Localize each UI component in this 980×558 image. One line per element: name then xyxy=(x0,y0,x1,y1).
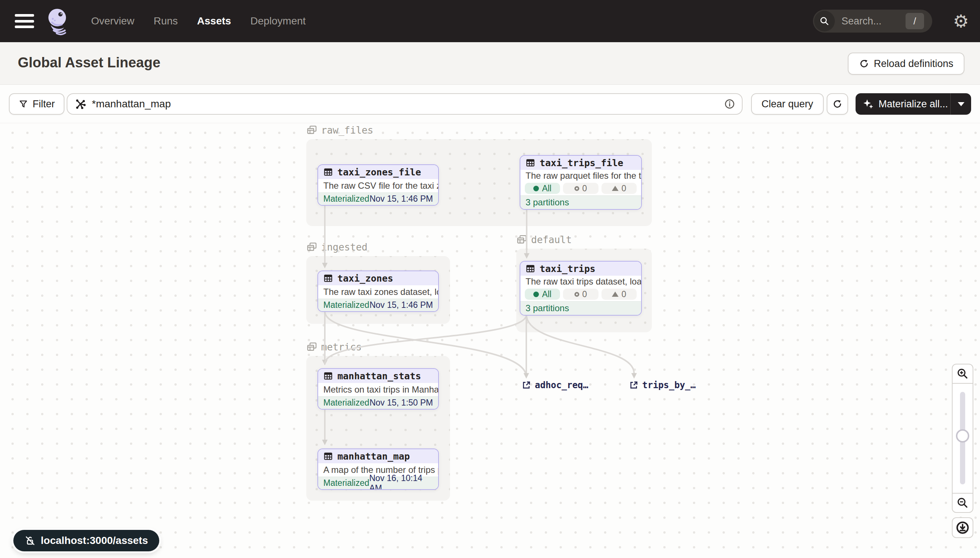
asset-node-manhattan-map[interactable]: manhattan_map A map of the number of tri… xyxy=(318,448,439,490)
hamburger-menu-icon[interactable] xyxy=(15,14,34,28)
filter-button[interactable]: Filter xyxy=(9,93,64,115)
filter-label: Filter xyxy=(33,98,55,110)
search-pill[interactable]: / xyxy=(813,10,932,33)
asset-description: Metrics on taxi trips in Manhattan xyxy=(318,383,438,396)
nav-item-overview[interactable]: Overview xyxy=(91,15,135,27)
download-image-button[interactable] xyxy=(952,517,973,538)
partitions-missing-badge: 0 xyxy=(563,183,598,194)
materialize-all-label: Materialize all... xyxy=(878,98,948,110)
asset-node-taxi-trips[interactable]: taxi_trips The raw taxi trips dataset, l… xyxy=(520,261,642,316)
asset-node-header: taxi_zones xyxy=(318,271,438,285)
zoom-slider xyxy=(952,384,973,493)
partitions-count: 3 partitions xyxy=(520,301,641,315)
partitions-missing-badge: 0 xyxy=(563,289,598,300)
triangle-icon xyxy=(612,186,619,191)
clear-query-label: Clear query xyxy=(761,98,813,110)
nav-item-runs[interactable]: Runs xyxy=(154,15,178,27)
materialization-timestamp: Nov 15, 1:50 PM xyxy=(370,398,433,408)
asset-description: The raw CSV file for the taxi zones dat.… xyxy=(318,179,438,192)
nav-item-deployment[interactable]: Deployment xyxy=(250,15,306,27)
status-badge: Materialized xyxy=(323,194,369,204)
table-icon xyxy=(323,167,333,177)
status-badge: Materialized xyxy=(323,478,369,488)
asset-name: manhattan_map xyxy=(338,451,410,462)
insecure-lock-icon xyxy=(25,535,36,546)
chevron-down-icon xyxy=(958,102,964,106)
partition-badges: All 0 0 xyxy=(520,287,641,301)
asset-name: taxi_trips_file xyxy=(540,158,623,168)
materialize-all-main[interactable]: Materialize all... xyxy=(856,98,950,110)
external-link-icon xyxy=(522,381,531,390)
lineage-toolbar: Filter Clear query xyxy=(0,85,980,123)
zoom-slider-handle[interactable] xyxy=(956,429,969,443)
zoom-in-button[interactable] xyxy=(952,364,973,384)
browser-url-pill: localhost:3000/assets xyxy=(13,530,159,551)
asset-link-trips-by[interactable]: trips_by_… xyxy=(629,380,696,391)
asset-name: taxi_trips xyxy=(540,263,596,274)
zoom-in-icon xyxy=(956,368,969,380)
asset-description: The raw parquet files for the taxi trips… xyxy=(520,170,641,181)
status-badge: Materialized xyxy=(323,398,369,408)
materialization-timestamp: Nov 16, 10:14 AM xyxy=(369,473,433,490)
funnel-icon xyxy=(18,99,28,109)
asset-name: taxi_zones xyxy=(338,273,393,284)
partitions-all-badge: All xyxy=(525,289,560,300)
table-icon xyxy=(525,264,535,274)
reload-definitions-button[interactable]: Reload definitions xyxy=(848,53,964,75)
asset-name: manhattan_stats xyxy=(338,371,421,381)
refresh-icon xyxy=(832,99,843,109)
refresh-button[interactable] xyxy=(827,93,848,115)
browser-url-text: localhost:3000/assets xyxy=(41,535,148,547)
asset-query-input[interactable] xyxy=(92,98,724,110)
reload-icon xyxy=(859,59,869,69)
info-icon[interactable] xyxy=(724,98,735,110)
asset-node-header: manhattan_stats xyxy=(318,369,438,383)
materialization-timestamp: Nov 15, 1:46 PM xyxy=(370,300,433,310)
asset-node-header: taxi_trips xyxy=(520,262,641,276)
dot-icon xyxy=(533,186,539,191)
triangle-icon xyxy=(612,292,619,297)
asset-description: The raw taxi trips dataset, loaded into … xyxy=(520,276,641,287)
search-icon xyxy=(814,11,835,31)
nav-item-assets[interactable]: Assets xyxy=(197,15,231,27)
graph-query-icon xyxy=(74,98,87,110)
asset-link-label: trips_by_… xyxy=(642,380,696,391)
asset-link-label: adhoc_req… xyxy=(535,380,588,391)
asset-footer: Materialized Nov 15, 1:46 PM xyxy=(318,299,438,311)
partitions-failed-badge: 0 xyxy=(601,183,637,194)
reload-definitions-label: Reload definitions xyxy=(874,58,953,70)
nav-links: Overview Runs Assets Deployment xyxy=(91,15,306,27)
asset-footer: Materialized Nov 15, 1:46 PM xyxy=(318,192,438,205)
external-link-icon xyxy=(629,381,639,390)
asset-node-manhattan-stats[interactable]: manhattan_stats Metrics on taxi trips in… xyxy=(318,368,439,410)
search-input[interactable] xyxy=(842,16,897,27)
zoom-controls xyxy=(952,364,973,513)
asset-description: The raw taxi zones dataset, loaded int..… xyxy=(318,285,438,299)
table-icon xyxy=(525,158,535,167)
status-badge: Materialized xyxy=(323,300,369,310)
asset-name: taxi_zones_file xyxy=(338,167,421,177)
zoom-out-button[interactable] xyxy=(952,493,973,513)
gear-icon[interactable]: ⚙ xyxy=(953,12,969,30)
asset-link-adhoc-request[interactable]: adhoc_req… xyxy=(522,380,588,391)
asset-node-taxi-zones-file[interactable]: taxi_zones_file The raw CSV file for the… xyxy=(318,164,439,206)
table-icon xyxy=(323,371,333,381)
asset-node-taxi-trips-file[interactable]: taxi_trips_file The raw parquet files fo… xyxy=(520,155,642,210)
top-nav: Overview Runs Assets Deployment / ⚙ xyxy=(0,0,980,42)
ring-icon xyxy=(575,186,579,191)
partitions-count: 3 partitions xyxy=(520,195,641,209)
asset-node-taxi-zones[interactable]: taxi_zones The raw taxi zones dataset, l… xyxy=(318,271,439,312)
search-shortcut-badge: / xyxy=(906,13,924,29)
lineage-edges xyxy=(0,123,980,558)
partitions-failed-badge: 0 xyxy=(601,289,637,300)
clear-query-button[interactable]: Clear query xyxy=(751,93,824,115)
materialize-dropdown-toggle[interactable] xyxy=(950,93,971,115)
dagster-logo-icon[interactable] xyxy=(44,6,72,36)
materialize-all-button[interactable]: Materialize all... xyxy=(856,93,971,115)
table-icon xyxy=(323,274,333,283)
partition-badges: All 0 0 xyxy=(520,181,641,195)
nav-right: / ⚙ xyxy=(813,10,969,33)
asset-query-field xyxy=(67,93,743,115)
page-title: Global Asset Lineage xyxy=(18,55,160,71)
lineage-canvas[interactable]: raw_files ingested default metrics xyxy=(0,123,980,558)
